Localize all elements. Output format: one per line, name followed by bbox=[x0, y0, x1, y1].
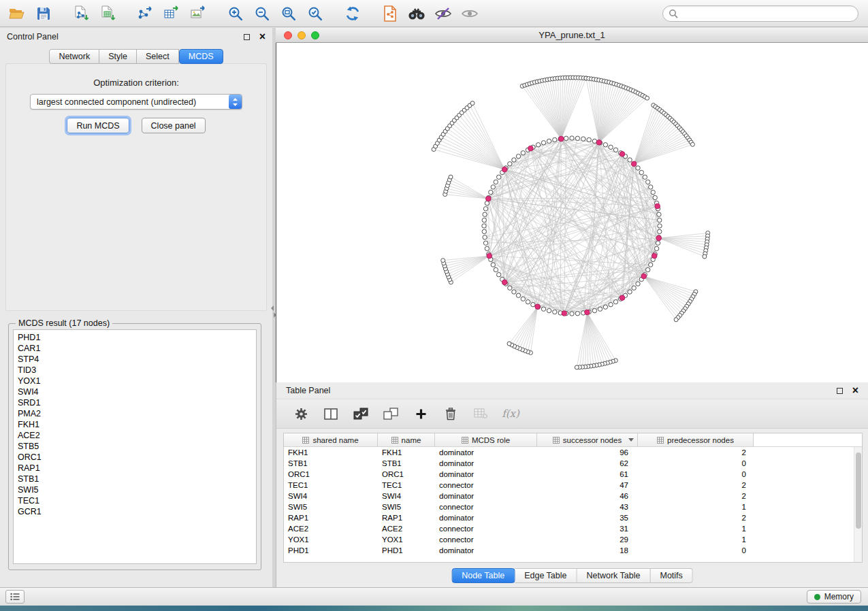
network-graph[interactable] bbox=[276, 43, 868, 382]
float-panel-icon[interactable] bbox=[244, 34, 250, 40]
table-cell: 0 bbox=[638, 459, 754, 467]
search-input[interactable] bbox=[681, 9, 852, 18]
mcds-node-item[interactable]: GCR1 bbox=[18, 506, 252, 517]
table-row[interactable]: STB1STB1dominator620 bbox=[284, 458, 862, 469]
column-header-shared-name[interactable]: shared name bbox=[284, 433, 378, 446]
open-folder-icon bbox=[8, 5, 26, 22]
mcds-node-item[interactable]: ACE2 bbox=[18, 430, 252, 441]
table-cell: 35 bbox=[537, 514, 638, 522]
mcds-result-list[interactable]: PHD1CAR1STP4TID3YOX1SWI4SRD1PMA2FKH1ACE2… bbox=[13, 329, 257, 564]
hide-selected-button[interactable] bbox=[433, 3, 453, 24]
trash-icon bbox=[445, 408, 456, 420]
import-table-button[interactable] bbox=[97, 3, 118, 24]
close-table-panel-icon[interactable]: × bbox=[852, 385, 858, 396]
zoom-in-button[interactable] bbox=[225, 3, 246, 24]
mcds-node-item[interactable]: TEC1 bbox=[18, 495, 252, 506]
export-table-button[interactable] bbox=[161, 3, 182, 24]
column-header-predecessor-nodes[interactable]: predecessor nodes bbox=[638, 433, 754, 446]
tab-motifs[interactable]: Motifs bbox=[650, 568, 692, 583]
binoculars-icon bbox=[407, 6, 426, 21]
mcds-result-group: MCDS result (17 nodes) PHD1CAR1STP4TID3Y… bbox=[8, 318, 261, 570]
tab-network-table[interactable]: Network Table bbox=[577, 568, 651, 583]
table-body[interactable]: FKH1FKH1dominator962STB1STB1dominator620… bbox=[284, 447, 862, 556]
open-file-button[interactable] bbox=[7, 3, 27, 24]
eye-icon bbox=[461, 7, 479, 20]
table-row[interactable]: ORC1ORC1dominator610 bbox=[284, 469, 862, 480]
node-table: shared name name MCDS role successor nod… bbox=[283, 433, 863, 563]
export-image-button[interactable] bbox=[188, 3, 208, 24]
zoom-in-icon bbox=[227, 5, 244, 22]
search-network-button[interactable] bbox=[406, 3, 427, 24]
table-row[interactable]: TEC1TEC1connector472 bbox=[284, 480, 862, 491]
column-header-name[interactable]: name bbox=[378, 433, 435, 446]
save-session-button[interactable] bbox=[33, 3, 54, 24]
tab-network[interactable]: Network bbox=[49, 49, 99, 64]
memory-button[interactable]: Memory bbox=[807, 590, 861, 604]
tab-select[interactable]: Select bbox=[137, 49, 179, 64]
table-row[interactable]: PHD1PHD1dominator180 bbox=[284, 545, 862, 556]
scrollbar-thumb[interactable] bbox=[856, 452, 861, 529]
show-all-button[interactable] bbox=[460, 3, 480, 24]
table-cell: 47 bbox=[537, 481, 638, 489]
table-settings-button[interactable] bbox=[293, 406, 309, 422]
mcds-node-item[interactable]: STB1 bbox=[18, 474, 252, 484]
deselect-all-button[interactable] bbox=[383, 406, 399, 422]
mcds-node-item[interactable]: STB5 bbox=[18, 441, 252, 452]
mcds-node-item[interactable]: FKH1 bbox=[18, 419, 252, 430]
column-header-successor-nodes[interactable]: successor nodes bbox=[537, 433, 638, 446]
window-close-button[interactable] bbox=[284, 31, 292, 39]
table-row[interactable]: YOX1YOX1connector291 bbox=[284, 534, 862, 545]
network-window-titlebar[interactable]: YPA_prune.txt_1 bbox=[276, 28, 868, 43]
show-columns-button[interactable] bbox=[323, 406, 339, 422]
select-all-button[interactable] bbox=[353, 406, 369, 422]
close-control-panel-icon[interactable]: × bbox=[259, 31, 266, 42]
search-box[interactable] bbox=[662, 5, 858, 22]
zoom-out-button[interactable] bbox=[252, 3, 272, 24]
export-network-button[interactable] bbox=[135, 3, 155, 24]
import-network-button[interactable] bbox=[71, 3, 91, 24]
delete-table-button[interactable] bbox=[472, 406, 489, 422]
table-cell: 62 bbox=[537, 459, 638, 467]
window-minimize-button[interactable] bbox=[298, 31, 306, 39]
mcds-node-item[interactable]: SWI4 bbox=[18, 386, 252, 397]
mcds-node-item[interactable]: PHD1 bbox=[18, 332, 252, 343]
table-row[interactable]: SWI5SWI5connector431 bbox=[284, 501, 862, 512]
apply-layout-button[interactable] bbox=[342, 3, 363, 24]
mcds-node-item[interactable]: SWI5 bbox=[18, 484, 252, 495]
zoom-fit-button[interactable] bbox=[278, 3, 299, 24]
tab-mcds[interactable]: MCDS bbox=[179, 49, 223, 64]
mcds-node-item[interactable]: PMA2 bbox=[18, 408, 252, 419]
table-cell: 2 bbox=[638, 481, 754, 489]
table-cell: 31 bbox=[537, 525, 638, 533]
tab-node-table[interactable]: Node Table bbox=[451, 568, 515, 583]
export-to-web-button[interactable] bbox=[380, 3, 400, 24]
function-builder-button[interactable]: f(x) bbox=[502, 406, 519, 422]
table-scrollbar[interactable] bbox=[854, 447, 862, 562]
mcds-node-item[interactable]: STP4 bbox=[18, 354, 252, 365]
mcds-node-item[interactable]: CAR1 bbox=[18, 343, 252, 354]
hidden-panels-button[interactable] bbox=[5, 590, 25, 604]
tab-style[interactable]: Style bbox=[99, 49, 137, 64]
delete-column-button[interactable] bbox=[443, 406, 459, 422]
tab-edge-table[interactable]: Edge Table bbox=[515, 568, 577, 583]
close-panel-button[interactable]: Close panel bbox=[142, 118, 206, 133]
optimization-criterion-select[interactable]: largest connected component (undirected) bbox=[30, 94, 242, 110]
mcds-node-item[interactable]: RAP1 bbox=[18, 463, 252, 474]
table-row[interactable]: RAP1RAP1dominator352 bbox=[284, 512, 862, 523]
sort-caret-icon[interactable] bbox=[628, 438, 634, 442]
table-row[interactable]: FKH1FKH1dominator962 bbox=[284, 447, 862, 458]
network-canvas[interactable] bbox=[276, 43, 868, 382]
zoom-selected-button[interactable] bbox=[305, 3, 325, 24]
table-row[interactable]: SWI4SWI4dominator462 bbox=[284, 491, 862, 501]
mcds-node-item[interactable]: YOX1 bbox=[18, 376, 252, 386]
column-header-mcds-role[interactable]: MCDS role bbox=[435, 433, 537, 446]
mcds-node-item[interactable]: ORC1 bbox=[18, 452, 252, 463]
mcds-node-item[interactable]: SRD1 bbox=[18, 397, 252, 408]
float-table-panel-icon[interactable] bbox=[837, 388, 843, 394]
window-maximize-button[interactable] bbox=[311, 31, 319, 39]
mcds-node-item[interactable]: TID3 bbox=[18, 365, 252, 376]
table-row[interactable]: ACE2ACE2connector311 bbox=[284, 523, 862, 534]
add-column-button[interactable] bbox=[413, 406, 429, 422]
run-mcds-button[interactable]: Run MCDS bbox=[67, 118, 129, 133]
collapse-panel-icon[interactable] bbox=[271, 306, 274, 311]
